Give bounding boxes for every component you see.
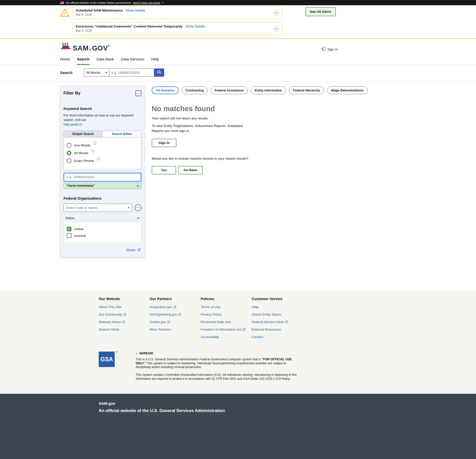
chevron-down-icon: ▾ [128,206,129,209]
no-matches-title: No matches found [152,105,368,113]
footer-link-contact[interactable]: Contact [252,335,303,339]
footer-link-grants-gov[interactable]: Grants.gov [150,320,201,324]
chevron-up-icon [137,216,140,220]
reset-label: Reset [126,248,135,252]
warning-heading: WARNING [139,352,153,356]
federal-organizations-select[interactable]: Enter Code or Name ▾ [63,204,132,212]
pill-federal-hierarchy[interactable]: Federal Hierarchy [289,86,324,94]
filter-panel: Filter By − Keyword Search For more info… [60,86,145,258]
checkbox-label: Active [74,227,83,231]
status-options-box: ✓ Active Inactive [63,222,141,243]
close-icon[interactable]: × [273,26,279,31]
footer-link-our-community[interactable]: Our Community [99,313,150,316]
alert-show-details-link[interactable]: Show Details [185,24,205,28]
main-nav: Home Search Data Bank Data Services Help [60,57,476,65]
remove-chip-icon[interactable]: × [137,184,139,188]
footer-column-policies: Policies Terms of Use Privacy Policy Res… [201,297,252,343]
footer-link-usaspending-gov[interactable]: USASpending.gov [150,313,201,316]
checkbox-unchecked-icon [67,233,71,238]
site-header: SAM★GOV® Sign In Home Search Data Bank D… [0,39,476,65]
pill-all-domains[interactable]: All Domains [152,86,179,94]
pill-wage-determinations[interactable]: Wage Determinations [327,86,368,94]
external-link-icon [243,328,245,331]
gsa-logo[interactable]: GSA ® [99,352,115,367]
collapse-filters-button[interactable]: − [135,90,141,96]
sign-in-label: Sign In [327,47,338,51]
nav-item-home[interactable]: Home [60,57,70,65]
search-input[interactable] [109,68,154,77]
radio-any-words[interactable]: Any Words ⓘ [67,143,138,148]
footer-link-acquisition-gov[interactable]: Acquisition.gov [150,305,201,309]
info-icon[interactable]: ⓘ [91,149,94,154]
alert-date: Mar 6, 2026 [76,29,269,32]
alerts-section: ! Scheduled SAM Maintenance Show Details… [0,5,476,39]
pill-contracting[interactable]: Contracting [182,86,208,94]
radio-label: Any Words [74,143,90,147]
pill-federal-assistance[interactable]: Federal Assistance [211,86,248,94]
status-section-header[interactable]: Status [63,216,141,222]
footer-link-system-alerts[interactable]: System Alerts [99,328,150,331]
help-guide-link[interactable]: help guide [63,122,82,127]
footer-link-accessibility[interactable]: Accessibility [201,335,252,339]
yes-button[interactable]: Yes [152,166,176,174]
radio-button-icon [67,158,71,163]
warning-sign-icon: ⚠ [136,352,138,356]
results-sign-in-button[interactable]: Sign In [152,139,176,147]
chevron-down-icon: ▾ [105,71,107,74]
keyword-search-heading: Keyword Search [63,107,141,111]
chevron-down-icon: ▾ [162,1,163,4]
see-all-alerts-button[interactable]: See All Alerts [305,7,336,16]
nav-item-data-bank[interactable]: Data Bank [96,57,114,65]
footer-link-restricted-data-use[interactable]: Restricted Data Use [201,320,252,324]
alert-card: Scheduled SAM Maintenance Show Details M… [72,6,282,19]
footer-link-more-partners[interactable]: More Partners [150,328,201,331]
keyword-search-tabs: Simple Search Search Editor [63,131,141,137]
footer-site-name: SAM.gov [99,401,476,406]
footer-link-about-this-site[interactable]: About This Site [99,305,150,309]
close-icon[interactable]: × [273,10,279,15]
info-icon[interactable]: ⓘ [93,141,96,146]
header-sign-in-link[interactable]: Sign In [321,47,338,52]
logo-text: SAM★GOV® [73,45,110,52]
gov-banner-link[interactable]: Here’s how you know [133,1,160,4]
svg-text:!: ! [64,11,65,16]
nav-item-data-services[interactable]: Data Services [121,57,144,65]
checkbox-active[interactable]: ✓ Active [67,227,138,231]
radio-all-words[interactable]: All Words ⓘ [67,151,138,155]
gov-banner-text: An official website of the United States… [66,1,131,4]
nav-item-search[interactable]: Search [77,57,89,65]
alert-card: Exclusions “Additional Comments” Content… [72,22,282,35]
pill-entity-information[interactable]: Entity Information [251,86,286,94]
footer-link-release-notes[interactable]: Release Notes [99,320,150,324]
tab-simple-search[interactable]: Simple Search [63,131,103,137]
alert-title: Exclusions “Additional Comments” Content… [76,24,182,28]
go-back-button[interactable]: Go Back [178,166,203,174]
federal-organizations-placeholder: Enter Code or Name [66,206,97,210]
footer-link-foia[interactable]: Freedom of Information Act [201,328,252,331]
reset-filters-link[interactable]: Reset ↻ [63,248,141,252]
footer-link-help[interactable]: Help [252,305,303,309]
nav-item-help[interactable]: Help [151,57,159,65]
checkbox-inactive[interactable]: Inactive [67,233,138,238]
info-icon[interactable]: ⓘ [97,157,100,161]
us-flag-icon [60,1,64,4]
warning-paragraph-2: This system contains Controlled Unclassi… [136,373,297,381]
footer-link-privacy-policy[interactable]: Privacy Policy [201,313,252,316]
external-link-icon [167,321,170,323]
sam-gov-logo[interactable]: SAM★GOV® [60,42,110,52]
external-link-icon [178,313,181,316]
external-link-icon [124,313,126,316]
search-type-select[interactable]: All Words ▾ [84,68,109,77]
footer-link-terms-of-use[interactable]: Terms of Use [201,305,252,309]
footer-link-check-entity-status[interactable]: Check Entity Status [252,313,303,316]
search-submit-button[interactable] [154,68,164,77]
footer-link-federal-service-desk[interactable]: Federal Service Desk [252,320,303,324]
footer-link-external-resources[interactable]: External Resources [252,328,303,331]
alert-show-details-link[interactable]: Show Details [126,8,145,12]
more-options-button[interactable]: ... [135,204,141,211]
top-hat-icon [60,42,71,52]
radio-exact-phrase[interactable]: Exact Phrase ⓘ [67,158,138,163]
tab-search-editor[interactable]: Search Editor [103,131,142,137]
keyword-input[interactable] [63,173,141,182]
status-heading: Status [65,216,74,220]
